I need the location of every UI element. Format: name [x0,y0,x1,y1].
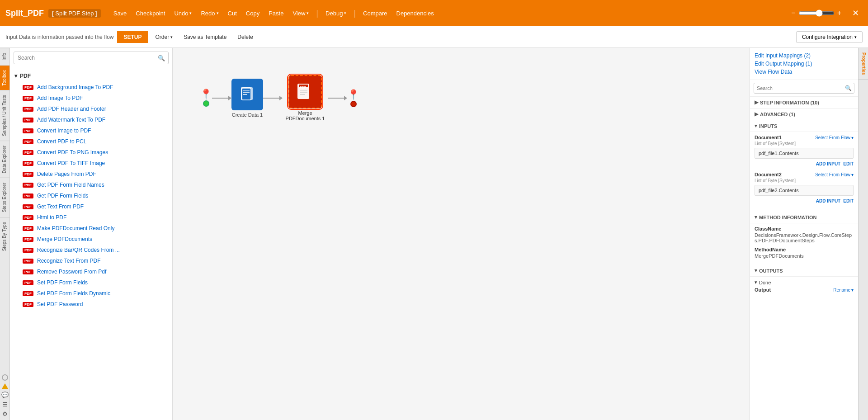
delete-button[interactable]: Delete [234,32,257,42]
list-item[interactable]: PDF Remove Password From Pdf [10,266,172,277]
edit-output-mapping-link[interactable]: Edit Output Mapping (1) [755,60,854,68]
method-info-collapse-icon: ▾ [755,214,757,220]
edit-input-mappings-link[interactable]: Edit Input Mappings (2) [755,52,854,60]
list-item[interactable]: PDF Add Image To PDF [10,93,172,104]
properties-tab[interactable]: Properties [859,48,868,80]
list-item[interactable]: PDF Get PDF Form Fields [10,190,172,201]
start-dot [203,100,209,107]
setup-button[interactable]: SETUP [117,31,148,43]
left-vertical-tabs: Info Toolbox Samples / Unit Tests Data E… [0,48,10,420]
doc2-add-input-button[interactable]: ADD INPUT [816,198,840,204]
list-item[interactable]: PDF Make PDFDocument Read Only [10,223,172,234]
list-item[interactable]: PDF Convert PDF to PCL [10,136,172,147]
advanced-header[interactable]: ▶ ADVANCED (1) [750,109,858,120]
done-row: ▾ Done [755,279,854,285]
list-item[interactable]: PDF Convert PDF To TIFF Image [10,158,172,169]
undo-menu-item[interactable]: Undo ▾ [170,8,195,19]
flow-diagram: 📍 [200,75,359,121]
outputs-header[interactable]: ▾ OUTPUTS [750,265,858,277]
doc1-value: pdf_file1.Contents [755,148,854,159]
close-button[interactable]: ✕ [849,6,863,20]
sidebar-tree: ▾ PDF PDF Add Background Image To PDF PD… [10,68,172,420]
input-info-text: Input Data is information passed into th… [5,34,113,40]
method-info-label: METHOD INFORMATION [759,215,817,220]
list-item[interactable]: PDF Convert Image to PDF [10,125,172,136]
doc1-select-chevron-icon: ▾ [851,135,854,140]
search-input[interactable] [14,52,169,64]
view-chevron-icon: ▾ [307,11,309,15]
order-button[interactable]: Order ▾ [151,32,176,42]
list-item[interactable]: PDF Set PDF Form Fields [10,277,172,288]
doc2-edit-button[interactable]: EDIT [843,198,854,204]
zoom-control: − + [791,9,841,17]
redo-menu-item[interactable]: Redo ▾ [197,8,222,19]
merge-pdf-node[interactable]: PDF Merge PDFDocuments 1 [283,75,328,121]
pdf-group-chevron-icon: ▾ [14,73,17,79]
inputs-content: Document1 Select From Flow ▾ List of Byt… [750,132,858,212]
checkpoint-menu-item[interactable]: Checkpoint [132,8,169,19]
list-item[interactable]: PDF Get PDF Form Field Names [10,179,172,190]
green-pin-icon: 📍 [200,89,212,100]
doc1-edit-button[interactable]: EDIT [843,160,854,167]
advanced-chevron-icon: ▶ [755,111,758,117]
sidebar-item-steps-by-type[interactable]: Steps By Type [0,217,9,255]
list-item[interactable]: PDF Set PDF Password [10,299,172,310]
sidebar-item-data-explorer[interactable]: Data Explorer [0,141,9,178]
method-info-header[interactable]: ▾ METHOD INFORMATION [750,212,858,223]
save-menu-item[interactable]: Save [110,8,131,19]
configure-integration-button[interactable]: Configure Integration ▾ [796,31,863,43]
view-menu-item[interactable]: View ▾ [289,8,312,19]
pdf-group-label: PDF [20,73,31,79]
right-vertical-tabs: Properties [858,48,868,420]
doc2-select-flow-button[interactable]: Select From Flow ▾ [815,172,854,177]
sidebar-item-steps-explorer[interactable]: Steps Explorer [0,178,9,217]
canvas-area[interactable]: 📍 [173,48,750,420]
connector-line [212,98,228,99]
pdf-group-header[interactable]: ▾ PDF [10,70,172,82]
sidebar-item-samples[interactable]: Samples / Unit Tests [0,90,9,141]
list-item[interactable]: PDF Add PDF Header and Footer [10,104,172,114]
doc1-select-flow-button[interactable]: Select From Flow ▾ [815,135,854,140]
cut-menu-item[interactable]: Cut [224,8,241,19]
methodname-value: MergePDFDocuments [755,253,854,259]
right-panel-search-input[interactable] [754,83,854,94]
output-rename-button[interactable]: Rename ▾ [833,288,854,293]
step-info-chevron-icon: ▶ [755,99,758,105]
paste-menu-item[interactable]: Paste [265,8,287,19]
zoom-slider[interactable] [798,9,835,17]
list-item[interactable]: PDF Merge PDFDocuments [10,234,172,245]
right-panel: Edit Input Mappings (2) Edit Output Mapp… [750,48,858,420]
list-item[interactable]: PDF Html to PDF [10,212,172,223]
right-panel-search-area: 🔍 [750,80,858,97]
output-key: Output [755,287,771,293]
dependencies-menu-item[interactable]: Dependencies [393,8,438,19]
inputs-header[interactable]: ▾ INPUTS [750,120,858,132]
right-panel-search-icon: 🔍 [845,85,852,91]
compare-menu-item[interactable]: Compare [359,8,391,19]
list-item[interactable]: PDF Delete Pages From PDF [10,169,172,179]
list-item[interactable]: PDF Add Background Image To PDF [10,82,172,93]
save-template-button[interactable]: Save as Template [180,32,230,42]
step-information-header[interactable]: ▶ STEP INFORMATION (10) [750,97,858,109]
list-item[interactable]: PDF Convert PDF To PNG Images [10,147,172,158]
list-item[interactable]: PDF Add Watermark Text To PDF [10,114,172,125]
sidebar-item-toolbox[interactable]: Toolbox [0,65,9,90]
list-item[interactable]: PDF Recognize Bar/QR Codes From ... [10,245,172,255]
sidebar-item-info[interactable]: Info [0,48,9,65]
list-item[interactable]: PDF Get Text From PDF [10,201,172,212]
classname-key: ClassName [755,226,854,231]
create-data-node[interactable]: Create Data 1 [231,79,263,118]
doc2-label: Document2 [755,172,782,177]
view-flow-data-link[interactable]: View Flow Data [755,68,854,76]
list-item[interactable]: PDF Recognize Text From PDF [10,255,172,266]
document1-group: Document1 Select From Flow ▾ List of Byt… [755,135,854,167]
zoom-out-button[interactable]: − [791,9,795,17]
done-label: Done [759,280,771,285]
zoom-in-button[interactable]: + [837,9,841,17]
inputs-collapse-icon: ▾ [755,123,757,129]
debug-menu-item[interactable]: Debug ▾ [322,8,350,19]
list-item[interactable]: PDF Set PDF Form Fields Dynamic [10,288,172,299]
doc1-add-input-button[interactable]: ADD INPUT [816,160,840,167]
copy-menu-item[interactable]: Copy [242,8,263,19]
step-info-label: STEP INFORMATION (10) [760,100,819,105]
